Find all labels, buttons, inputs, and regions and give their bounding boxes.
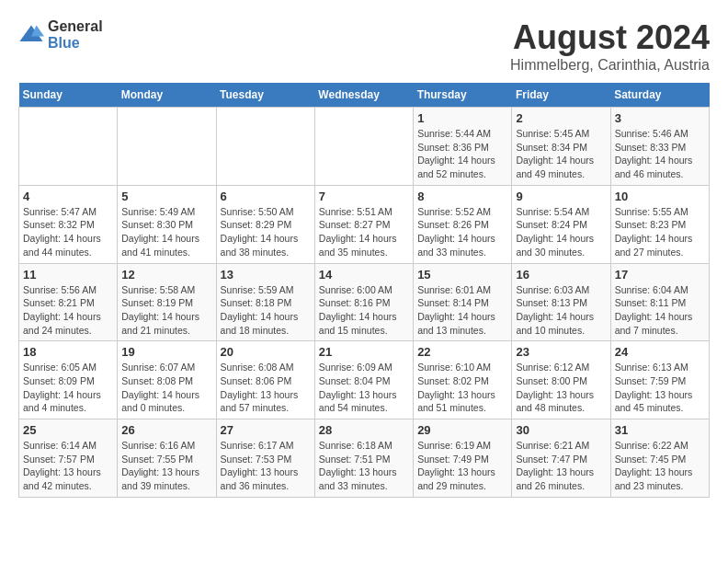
day-number: 5 xyxy=(121,190,211,203)
calendar-cell xyxy=(314,108,413,186)
calendar-cell: 15Sunrise: 6:01 AM Sunset: 8:14 PM Dayli… xyxy=(414,263,512,341)
day-info: Sunrise: 6:07 AM Sunset: 8:08 PM Dayligh… xyxy=(121,361,211,415)
day-info: Sunrise: 6:16 AM Sunset: 7:55 PM Dayligh… xyxy=(121,439,211,493)
day-info: Sunrise: 5:55 AM Sunset: 8:23 PM Dayligh… xyxy=(615,205,705,259)
header-row: SundayMondayTuesdayWednesdayThursdayFrid… xyxy=(19,83,710,108)
logo-blue: Blue xyxy=(48,35,103,52)
calendar-cell: 14Sunrise: 6:00 AM Sunset: 8:16 PM Dayli… xyxy=(314,263,413,341)
subtitle: Himmelberg, Carinthia, Austria xyxy=(510,57,710,74)
day-number: 18 xyxy=(23,345,113,359)
day-number: 6 xyxy=(221,190,311,203)
day-info: Sunrise: 5:50 AM Sunset: 8:29 PM Dayligh… xyxy=(221,205,311,259)
day-info: Sunrise: 6:12 AM Sunset: 8:00 PM Dayligh… xyxy=(516,361,606,415)
calendar-cell: 19Sunrise: 6:07 AM Sunset: 8:08 PM Dayli… xyxy=(118,341,216,419)
day-number: 1 xyxy=(417,111,507,125)
day-header-saturday: Saturday xyxy=(610,83,709,108)
day-number: 7 xyxy=(319,190,409,203)
day-number: 23 xyxy=(516,345,606,359)
day-number: 3 xyxy=(615,111,705,125)
calendar-cell: 29Sunrise: 6:19 AM Sunset: 7:49 PM Dayli… xyxy=(414,419,512,498)
day-header-thursday: Thursday xyxy=(414,83,512,108)
title-area: August 2024 Himmelberg, Carinthia, Austr… xyxy=(510,18,710,74)
day-number: 24 xyxy=(615,345,705,359)
day-number: 9 xyxy=(516,190,606,203)
day-info: Sunrise: 6:19 AM Sunset: 7:49 PM Dayligh… xyxy=(417,439,507,493)
logo-general: General xyxy=(48,18,103,35)
day-number: 13 xyxy=(221,268,311,282)
day-number: 16 xyxy=(516,268,606,282)
calendar-cell: 22Sunrise: 6:10 AM Sunset: 8:02 PM Dayli… xyxy=(414,341,512,419)
day-number: 10 xyxy=(615,190,705,203)
calendar-cell: 9Sunrise: 5:54 AM Sunset: 8:24 PM Daylig… xyxy=(512,185,610,263)
day-info: Sunrise: 5:51 AM Sunset: 8:27 PM Dayligh… xyxy=(319,205,409,259)
day-info: Sunrise: 6:08 AM Sunset: 8:06 PM Dayligh… xyxy=(221,361,311,415)
day-info: Sunrise: 5:44 AM Sunset: 8:36 PM Dayligh… xyxy=(417,127,507,181)
calendar-body: 1Sunrise: 5:44 AM Sunset: 8:36 PM Daylig… xyxy=(19,108,710,498)
day-number: 31 xyxy=(615,423,705,437)
main-title: August 2024 xyxy=(510,18,710,57)
calendar-cell: 8Sunrise: 5:52 AM Sunset: 8:26 PM Daylig… xyxy=(414,185,512,263)
day-header-sunday: Sunday xyxy=(19,83,118,108)
calendar-cell: 6Sunrise: 5:50 AM Sunset: 8:29 PM Daylig… xyxy=(216,185,314,263)
calendar-cell: 31Sunrise: 6:22 AM Sunset: 7:45 PM Dayli… xyxy=(610,419,709,498)
day-number: 2 xyxy=(516,111,606,125)
day-info: Sunrise: 6:14 AM Sunset: 7:57 PM Dayligh… xyxy=(23,439,113,493)
calendar-cell: 17Sunrise: 6:04 AM Sunset: 8:11 PM Dayli… xyxy=(610,263,709,341)
day-info: Sunrise: 6:18 AM Sunset: 7:51 PM Dayligh… xyxy=(319,439,409,493)
day-info: Sunrise: 6:17 AM Sunset: 7:53 PM Dayligh… xyxy=(221,439,311,493)
day-info: Sunrise: 5:56 AM Sunset: 8:21 PM Dayligh… xyxy=(23,283,113,338)
week-row-2: 4Sunrise: 5:47 AM Sunset: 8:32 PM Daylig… xyxy=(19,185,710,263)
calendar-cell: 4Sunrise: 5:47 AM Sunset: 8:32 PM Daylig… xyxy=(19,185,118,263)
day-info: Sunrise: 6:22 AM Sunset: 7:45 PM Dayligh… xyxy=(615,439,705,493)
calendar-cell: 26Sunrise: 6:16 AM Sunset: 7:55 PM Dayli… xyxy=(118,419,216,498)
day-number: 28 xyxy=(319,423,409,437)
logo-icon xyxy=(18,22,44,48)
day-number: 11 xyxy=(23,268,113,282)
calendar-cell xyxy=(19,108,118,186)
day-number: 22 xyxy=(417,345,507,359)
calendar-cell: 28Sunrise: 6:18 AM Sunset: 7:51 PM Dayli… xyxy=(314,419,413,498)
day-number: 19 xyxy=(121,345,211,359)
day-info: Sunrise: 6:01 AM Sunset: 8:14 PM Dayligh… xyxy=(417,283,507,338)
calendar-cell: 20Sunrise: 6:08 AM Sunset: 8:06 PM Dayli… xyxy=(216,341,314,419)
day-header-tuesday: Tuesday xyxy=(216,83,314,108)
calendar-cell: 10Sunrise: 5:55 AM Sunset: 8:23 PM Dayli… xyxy=(610,185,709,263)
day-info: Sunrise: 5:45 AM Sunset: 8:34 PM Dayligh… xyxy=(516,127,606,181)
day-number: 26 xyxy=(121,423,211,437)
calendar-cell: 16Sunrise: 6:03 AM Sunset: 8:13 PM Dayli… xyxy=(512,263,610,341)
calendar-cell: 24Sunrise: 6:13 AM Sunset: 7:59 PM Dayli… xyxy=(610,341,709,419)
calendar-cell: 2Sunrise: 5:45 AM Sunset: 8:34 PM Daylig… xyxy=(512,108,610,186)
day-info: Sunrise: 5:46 AM Sunset: 8:33 PM Dayligh… xyxy=(615,127,705,181)
calendar-cell: 30Sunrise: 6:21 AM Sunset: 7:47 PM Dayli… xyxy=(512,419,610,498)
calendar-cell xyxy=(118,108,216,186)
calendar-cell: 13Sunrise: 5:59 AM Sunset: 8:18 PM Dayli… xyxy=(216,263,314,341)
day-number: 27 xyxy=(221,423,311,437)
day-info: Sunrise: 6:10 AM Sunset: 8:02 PM Dayligh… xyxy=(417,361,507,415)
day-header-monday: Monday xyxy=(118,83,216,108)
calendar-cell: 27Sunrise: 6:17 AM Sunset: 7:53 PM Dayli… xyxy=(216,419,314,498)
day-info: Sunrise: 6:04 AM Sunset: 8:11 PM Dayligh… xyxy=(615,283,705,338)
week-row-3: 11Sunrise: 5:56 AM Sunset: 8:21 PM Dayli… xyxy=(19,263,710,341)
day-number: 21 xyxy=(319,345,409,359)
day-number: 4 xyxy=(23,190,113,203)
day-number: 17 xyxy=(615,268,705,282)
day-info: Sunrise: 5:47 AM Sunset: 8:32 PM Dayligh… xyxy=(23,205,113,259)
day-info: Sunrise: 5:54 AM Sunset: 8:24 PM Dayligh… xyxy=(516,205,606,259)
day-info: Sunrise: 6:13 AM Sunset: 7:59 PM Dayligh… xyxy=(615,361,705,415)
week-row-4: 18Sunrise: 6:05 AM Sunset: 8:09 PM Dayli… xyxy=(19,341,710,419)
day-header-wednesday: Wednesday xyxy=(314,83,413,108)
logo: General Blue xyxy=(18,18,103,51)
day-info: Sunrise: 5:58 AM Sunset: 8:19 PM Dayligh… xyxy=(121,283,211,338)
day-number: 15 xyxy=(417,268,507,282)
calendar-cell: 3Sunrise: 5:46 AM Sunset: 8:33 PM Daylig… xyxy=(610,108,709,186)
day-info: Sunrise: 6:05 AM Sunset: 8:09 PM Dayligh… xyxy=(23,361,113,415)
calendar-cell: 21Sunrise: 6:09 AM Sunset: 8:04 PM Dayli… xyxy=(314,341,413,419)
calendar-cell: 1Sunrise: 5:44 AM Sunset: 8:36 PM Daylig… xyxy=(414,108,512,186)
day-info: Sunrise: 5:59 AM Sunset: 8:18 PM Dayligh… xyxy=(221,283,311,338)
day-info: Sunrise: 6:00 AM Sunset: 8:16 PM Dayligh… xyxy=(319,283,409,338)
day-number: 8 xyxy=(417,190,507,203)
calendar-cell: 25Sunrise: 6:14 AM Sunset: 7:57 PM Dayli… xyxy=(19,419,118,498)
day-number: 29 xyxy=(417,423,507,437)
day-info: Sunrise: 6:09 AM Sunset: 8:04 PM Dayligh… xyxy=(319,361,409,415)
day-info: Sunrise: 5:52 AM Sunset: 8:26 PM Dayligh… xyxy=(417,205,507,259)
